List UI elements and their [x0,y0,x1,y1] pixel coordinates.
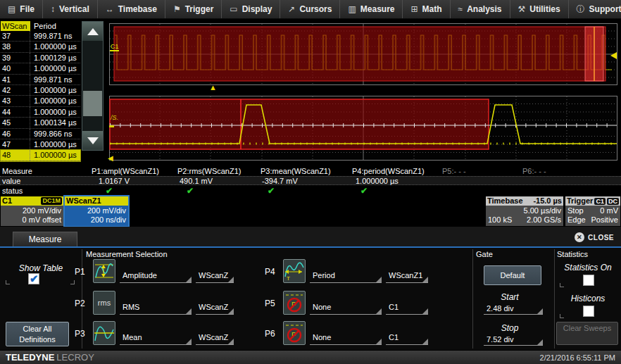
zoom-level-indicator [109,125,114,127]
readout-value-row: value 1.0167 V 490.1 mV -394.7 mV 1.0000… [0,176,621,185]
timebase-descriptor-box[interactable]: Timebase-15.0 µs 5.00 µs/div 100 kS2.00 … [486,196,563,226]
c1-descriptor-box[interactable]: C1DC1M 200 mV/div0 mV offset [1,196,63,226]
table-row[interactable]: 381.000000 µs [1,42,80,52]
table-row[interactable]: 391.000129 µs [1,53,80,63]
none-icon: P [283,321,306,345]
readout-row-label: value [2,177,20,186]
close-button[interactable]: ✕ CLOSE [575,232,614,242]
show-table-checkbox[interactable]: ✔ [28,273,39,284]
p3-label: P3 [75,329,89,339]
menu-label: Timebase [118,4,157,14]
p2-header: P2:rms(WScanZ1) [177,167,241,176]
p3-type-dropdown[interactable]: Mean [120,331,192,345]
corner-mark [560,283,564,287]
p4-type-dropdown[interactable]: Period [310,269,382,283]
wscanz1-descriptor-box[interactable]: WScanZ1 200 mV/div200 ns/div [65,196,128,226]
scroll-up-button[interactable] [82,22,103,41]
p5-source-dropdown[interactable]: C1 [386,301,428,315]
p3-status-check-icon: ✔ [268,187,275,196]
table-row[interactable]: 421.000000 µs [1,85,80,96]
scrollbar-thumb[interactable] [83,91,102,116]
menu-item-math[interactable]: ⊞Math [403,0,450,18]
wscan-header-cell[interactable]: WScan [1,21,30,31]
menu-item-trigger[interactable]: ⚑Trigger [165,0,222,18]
readout-row-label: Measure [2,167,32,176]
menu-label: Measure [360,4,395,14]
p1-status-check-icon: ✔ [106,187,113,196]
timebase-samples: 100 kS [488,215,512,225]
p1-label: P1 [75,267,89,277]
table-row[interactable]: 46999.866 ns [1,129,80,139]
menu-item-analysis[interactable]: ≈Analysis [451,0,510,18]
menu-item-support[interactable]: ⓘSupport [569,0,621,18]
p2-type-dropdown[interactable]: RMS [120,301,192,315]
trigger-descriptor-box[interactable]: TriggerC1DC Stop0 mV EdgePositive [565,196,620,226]
close-label: CLOSE [588,234,614,241]
table-row[interactable]: 441.000000 µs [1,107,80,118]
dropdown-triangle-icon [228,308,234,314]
menu-item-timebase[interactable]: ↔Timebase [98,0,165,18]
dialog-tab-bar: Measure ✕ CLOSE [0,227,621,248]
p6-header: P6:- - - [522,167,546,176]
trigger-icon: ⚑ [173,4,181,14]
p1-header: P1:ampl(WScanZ1) [92,167,159,176]
p6-type-dropdown[interactable]: None [310,331,382,345]
p1-type-dropdown[interactable]: Amplitude [120,269,192,283]
menu-item-file[interactable]: ▤File [0,0,43,18]
vertical-icon: ↕ [51,4,55,14]
p6-source-dropdown[interactable]: C1 [386,331,428,345]
menu-label: Trigger [185,4,214,14]
wscanz1-name: WScanZ1 [66,196,101,206]
table-row-selected[interactable]: 481.000000 µs [1,150,80,161]
p5-type-dropdown[interactable]: None [310,301,382,315]
tab-measure[interactable]: Measure [13,232,77,246]
p2-label: P2 [75,299,89,308]
p3-source-dropdown[interactable]: WScanZ [196,331,234,345]
p2-source-dropdown[interactable]: WScanZ [196,301,234,315]
up-arrow-icon [87,28,99,35]
p4-source-dropdown[interactable]: WScanZ1 [386,269,428,283]
p4-label: P4 [265,267,279,277]
table-row[interactable]: 37999.871 ns [1,31,80,42]
table-row[interactable]: 471.000000 µs [1,139,80,150]
clear-all-definitions-button[interactable]: Clear All Definitions [6,322,69,346]
measurement-selection-title: Measurement Selection [86,250,168,258]
menu-item-vertical[interactable]: ↕Vertical [43,0,98,18]
trigger-mode: Stop [567,206,584,215]
period-header-cell: Period [30,21,56,31]
trigger-level: 0 mV [600,206,618,215]
utilities-icon: ⚒ [518,4,526,14]
scroll-down-button[interactable] [82,131,103,150]
table-row[interactable]: 431.000000 µs [1,96,80,106]
table-row[interactable]: 41999.871 ns [1,75,80,85]
status-bar: TELEDYNELECROY 2/21/2016 6:55:11 PM [0,350,621,364]
table-row[interactable]: 401.000000 µs [1,63,80,74]
p1-source-dropdown[interactable]: WScanZ [196,269,234,283]
gate-start-input[interactable]: 2.48 div [484,303,543,315]
menu-item-utilities[interactable]: ⚒Utilities [510,0,569,18]
overview-waveform-panel[interactable]: C1 [109,23,617,85]
p1-value: 1.0167 V [99,177,130,186]
support-icon: ⓘ [577,4,585,15]
mean-icon [93,321,115,345]
c1-coupling-badge: DC1M [41,197,62,205]
histicons-checkbox[interactable] [583,306,594,317]
zoom-waveform-panel[interactable]: /S. [109,96,617,161]
table-scrollbar [82,21,104,151]
gate-default-button[interactable]: Default [484,265,541,285]
p2-status-check-icon: ✔ [187,187,194,196]
table-row[interactable]: 451.000134 µs [1,118,80,128]
menu-item-measure[interactable]: ▥Measure [340,0,403,18]
clear-sweeps-button[interactable]: Clear Sweeps [556,322,618,345]
statistics-on-checkbox[interactable] [583,275,594,286]
menu-item-cursors[interactable]: ↗Cursors [280,0,340,18]
dropdown-triangle-icon [422,339,428,344]
gate-stop-input[interactable]: 7.52 div [484,334,543,346]
menu-item-display[interactable]: ▭Display [222,0,280,18]
trigger-source-badge: C1 [594,198,606,205]
timebase-icon: ↔ [106,4,114,14]
measure-dialog: Show Table ✔ Clear All Definitions Measu… [0,248,621,350]
wscanz1-vdiv: 200 mV/div [67,206,126,215]
wscanz1-tdiv: 200 ns/div [67,215,126,225]
analysis-icon: ≈ [458,4,463,14]
